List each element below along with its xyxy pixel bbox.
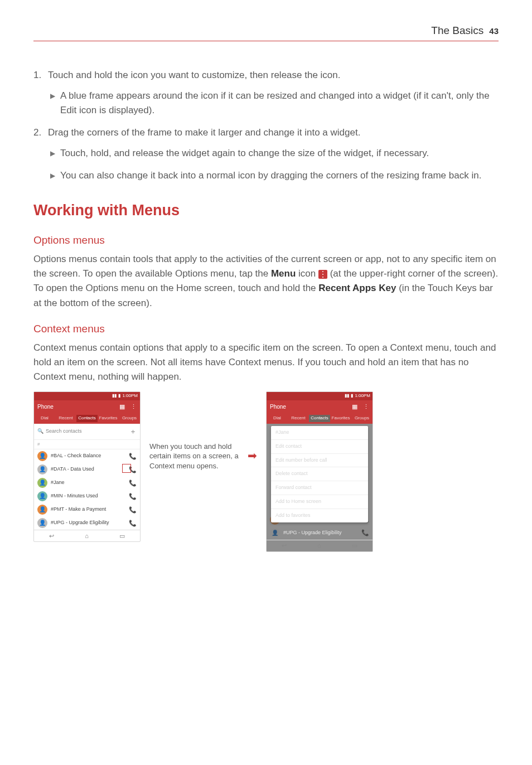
step-bullet: Touch, hold, and release the widget agai… bbox=[60, 146, 429, 161]
page-header: The Basics 43 bbox=[33, 22, 499, 41]
text: icon bbox=[296, 268, 318, 279]
tab-favorites[interactable]: Favorites bbox=[98, 415, 119, 422]
bullet-marker-icon: ▶ bbox=[50, 146, 60, 161]
step-text: Drag the corners of the frame to make it… bbox=[48, 125, 360, 140]
dial-icon[interactable]: 📞 bbox=[129, 452, 137, 460]
recent-apps-bold: Recent Apps Key bbox=[318, 283, 396, 293]
home-key-icon[interactable]: ⌂ bbox=[317, 541, 321, 550]
search-row[interactable]: 🔍 Search contacts ＋ bbox=[34, 424, 140, 440]
phone-screenshot-right: ▮▮ ▮ 1:00PM Phone ▦ ⋮ Dial Recent Contac… bbox=[266, 391, 373, 552]
dial-icon[interactable]: 📞 bbox=[129, 479, 137, 487]
nav-keys: ↩ ⌂ ▭ bbox=[267, 540, 373, 551]
avatar-icon: 👤 bbox=[270, 528, 280, 538]
home-key-icon[interactable]: ⌂ bbox=[85, 531, 89, 541]
sub-heading-options: Options menus bbox=[33, 232, 499, 248]
app-title-bar: Phone ▦ ⋮ bbox=[34, 400, 140, 414]
contact-row[interactable]: 👤 #PMT - Make a Payment 📞 bbox=[34, 503, 140, 516]
contact-row[interactable]: 👤 #UPG - Upgrade Eligibility 📞 bbox=[267, 526, 373, 540]
avatar-icon: 👤 bbox=[37, 478, 47, 488]
tab-bar: Dial Recent Contacts Favorites Groups bbox=[34, 414, 140, 424]
context-menu-item[interactable]: Edit number before call bbox=[271, 454, 368, 468]
callout-box bbox=[122, 464, 131, 473]
dial-icon[interactable]: 📞 bbox=[129, 506, 137, 514]
step-marker: 1. bbox=[33, 68, 48, 83]
context-menu-item[interactable]: Edit contact bbox=[271, 440, 368, 454]
grid-icon[interactable]: ▦ bbox=[119, 402, 125, 411]
status-bar: ▮▮ ▮ 1:00PM bbox=[34, 392, 140, 400]
status-bar: ▮▮ ▮ 1:00PM bbox=[267, 392, 373, 400]
signal-icon: ▮▮ bbox=[112, 393, 117, 399]
section-heading: Working with Menus bbox=[33, 199, 499, 222]
search-placeholder: Search contacts bbox=[46, 428, 82, 435]
nav-keys: ↩ ⌂ ▭ bbox=[34, 530, 140, 541]
app-title: Phone bbox=[270, 403, 286, 411]
recent-key-icon[interactable]: ▭ bbox=[119, 531, 125, 541]
contact-row[interactable]: 👤 #DATA - Data Used 📞 bbox=[34, 463, 140, 476]
header-title: The Basics bbox=[431, 22, 483, 38]
context-menu-item[interactable]: Forward contact bbox=[271, 481, 368, 495]
contact-label: #PMT - Make a Payment bbox=[51, 506, 106, 514]
contact-row[interactable]: 👤 #MIN - Minutes Used 📞 bbox=[34, 490, 140, 503]
step-bullet: A blue frame appears around the icon if … bbox=[60, 89, 499, 118]
context-menu-item[interactable]: Add to Home screen bbox=[271, 495, 368, 509]
dial-icon[interactable]: 📞 bbox=[129, 519, 137, 527]
contact-label: #Jane bbox=[51, 479, 65, 487]
overflow-menu-icon[interactable]: ⋮ bbox=[130, 402, 137, 411]
context-menu-item[interactable]: Add to favorites bbox=[271, 509, 368, 522]
section-divider: # bbox=[34, 440, 140, 449]
tab-contacts[interactable]: Contacts bbox=[309, 415, 330, 422]
status-time: 1:00PM bbox=[355, 393, 370, 399]
context-menu: #Jane Edit contact Edit number before ca… bbox=[271, 426, 368, 523]
figure: ▮▮ ▮ 1:00PM Phone ▦ ⋮ Dial Recent Contac… bbox=[33, 391, 499, 552]
avatar-icon: 👤 bbox=[37, 491, 47, 501]
avatar-icon: 👤 bbox=[37, 464, 47, 475]
contact-label: #UPG - Upgrade Eligibility bbox=[51, 519, 109, 527]
tab-dial[interactable]: Dial bbox=[267, 415, 288, 422]
tab-contacts[interactable]: Contacts bbox=[76, 415, 98, 422]
figure-caption: When you touch and hold certain items on… bbox=[149, 391, 239, 471]
context-menu-title: #Jane bbox=[271, 426, 368, 440]
contact-label: #DATA - Data Used bbox=[51, 466, 94, 473]
battery-icon: ▮ bbox=[351, 393, 353, 399]
step-text: Touch and hold the icon you want to cust… bbox=[48, 68, 341, 83]
avatar-icon: 👤 bbox=[37, 451, 47, 461]
avatar-icon: 👤 bbox=[37, 518, 47, 528]
context-menu-item[interactable]: Delete contact bbox=[271, 467, 368, 481]
contact-label: #BAL - Check Balance bbox=[51, 452, 101, 460]
phone-screenshot-left: ▮▮ ▮ 1:00PM Phone ▦ ⋮ Dial Recent Contac… bbox=[33, 391, 141, 543]
recent-key-icon[interactable]: ▭ bbox=[352, 541, 357, 550]
tab-groups[interactable]: Groups bbox=[351, 415, 373, 422]
back-key-icon[interactable]: ↩ bbox=[49, 531, 54, 541]
avatar-icon: 👤 bbox=[37, 505, 47, 515]
app-title: Phone bbox=[37, 403, 54, 411]
tab-favorites[interactable]: Favorites bbox=[330, 415, 351, 422]
dial-icon[interactable]: 📞 bbox=[129, 492, 137, 500]
menu-bold: Menu bbox=[271, 268, 296, 279]
contact-row[interactable]: 👤 #BAL - Check Balance 📞 bbox=[34, 449, 140, 463]
context-paragraph: Context menus contain options that apply… bbox=[33, 341, 499, 385]
tab-dial[interactable]: Dial bbox=[34, 415, 55, 422]
tab-recent[interactable]: Recent bbox=[288, 415, 309, 422]
step-marker: 2. bbox=[33, 125, 48, 140]
contact-row[interactable]: 👤 #UPG - Upgrade Eligibility 📞 bbox=[34, 516, 140, 530]
status-time: 1:00PM bbox=[122, 393, 138, 399]
contact-row[interactable]: 👤 #Jane 📞 bbox=[34, 476, 140, 490]
signal-icon: ▮▮ bbox=[345, 393, 349, 399]
tab-groups[interactable]: Groups bbox=[119, 415, 140, 422]
app-title-bar: Phone ▦ ⋮ bbox=[267, 400, 373, 414]
bullet-marker-icon: ▶ bbox=[50, 168, 60, 183]
add-contact-icon[interactable]: ＋ bbox=[129, 426, 137, 437]
battery-icon: ▮ bbox=[118, 393, 120, 399]
arrow-icon: ➡ bbox=[248, 391, 257, 464]
back-key-icon[interactable]: ↩ bbox=[282, 541, 287, 550]
options-paragraph: Options menus contain tools that apply t… bbox=[33, 252, 499, 311]
overflow-menu-icon[interactable]: ⋮ bbox=[363, 402, 369, 411]
tab-recent[interactable]: Recent bbox=[55, 415, 76, 422]
tab-bar: Dial Recent Contacts Favorites Groups bbox=[267, 414, 373, 424]
sub-heading-context: Context menus bbox=[33, 321, 499, 337]
contact-label: #MIN - Minutes Used bbox=[51, 492, 98, 500]
dial-icon[interactable]: 📞 bbox=[361, 529, 369, 537]
grid-icon[interactable]: ▦ bbox=[352, 402, 357, 411]
contact-label: #UPG - Upgrade Eligibility bbox=[283, 529, 342, 537]
search-icon: 🔍 bbox=[37, 428, 43, 435]
